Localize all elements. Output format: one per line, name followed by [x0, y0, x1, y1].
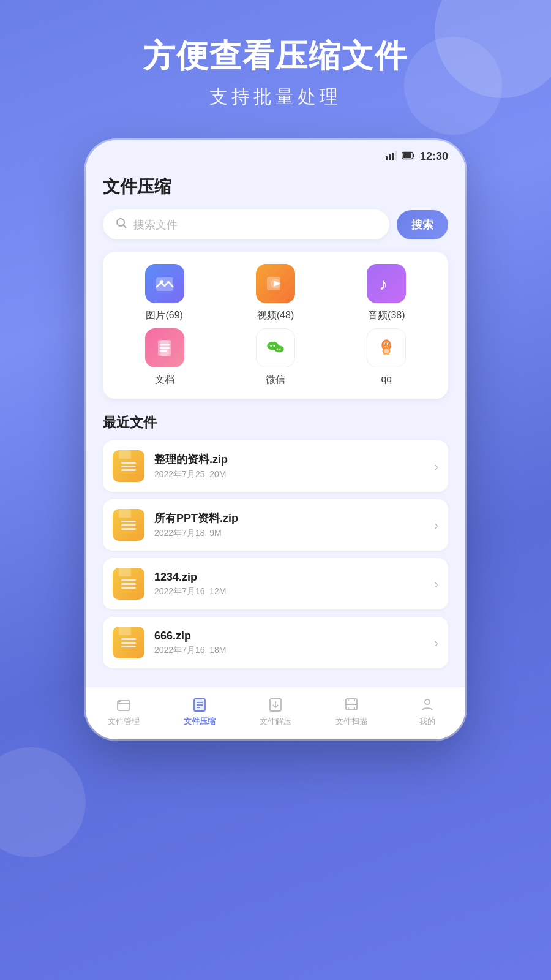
- file-icon-2: [113, 568, 144, 600]
- svg-point-29: [384, 344, 386, 345]
- nav-label-filecompress: 文件压缩: [184, 716, 216, 727]
- header-title: 方便查看压缩文件: [0, 37, 551, 75]
- svg-point-30: [388, 344, 389, 345]
- category-item-image[interactable]: 图片(69): [134, 264, 195, 322]
- nav-item-filemanage[interactable]: 文件管理: [86, 696, 162, 727]
- audio-category-icon: ♪: [367, 264, 406, 303]
- page-title: 文件压缩: [103, 168, 448, 209]
- svg-point-24: [279, 349, 281, 350]
- category-item-video[interactable]: 视频(48): [245, 264, 306, 322]
- file-info-1: 所有PPT资料.zip 2022年7月18 9M: [154, 511, 429, 539]
- wechat-category-icon: [256, 328, 295, 368]
- header-area: 方便查看压缩文件 支持批量处理: [0, 0, 551, 128]
- qq-category-label: qq: [381, 374, 392, 385]
- nav-item-mine[interactable]: 我的: [389, 696, 465, 727]
- svg-point-21: [273, 345, 275, 347]
- svg-point-35: [387, 354, 390, 355]
- file-name-2: 1234.zip: [154, 571, 429, 584]
- file-item-3[interactable]: 666.zip 2022年7月16 18M ›: [103, 617, 448, 668]
- svg-rect-5: [403, 153, 411, 158]
- video-category-icon: [256, 264, 295, 303]
- search-icon: [115, 217, 127, 232]
- battery-icon: [402, 151, 415, 162]
- wechat-category-label: 微信: [266, 374, 285, 386]
- file-arrow-1: ›: [434, 518, 438, 532]
- svg-rect-0: [386, 156, 388, 160]
- svg-line-7: [124, 225, 127, 228]
- file-meta-3: 2022年7月16 18M: [154, 645, 429, 656]
- category-item-doc[interactable]: 文档: [134, 328, 195, 386]
- signal-icon: [386, 151, 397, 163]
- category-grid: 图片(69) 视频(48): [103, 252, 448, 399]
- svg-point-49: [425, 699, 430, 704]
- svg-point-23: [277, 349, 279, 350]
- bottom-nav: 文件管理 文件压缩: [86, 687, 465, 739]
- qq-category-icon: [367, 328, 406, 368]
- nav-icon-filescan: [343, 696, 360, 713]
- header-subtitle: 支持批量处理: [0, 85, 551, 110]
- file-item-2[interactable]: 1234.zip 2022年7月16 12M ›: [103, 558, 448, 609]
- file-name-1: 所有PPT资料.zip: [154, 511, 429, 526]
- svg-point-20: [270, 345, 272, 347]
- doc-category-icon: [145, 328, 184, 368]
- nav-label-filedecompress: 文件解压: [260, 716, 291, 727]
- file-arrow-2: ›: [434, 577, 438, 591]
- file-icon-1: [113, 509, 144, 541]
- file-info-2: 1234.zip 2022年7月16 12M: [154, 571, 429, 597]
- nav-label-mine: 我的: [419, 716, 435, 727]
- svg-rect-3: [395, 151, 397, 160]
- bg-decoration-circle-3: [0, 747, 86, 858]
- category-row-2: 文档: [109, 328, 442, 386]
- nav-item-filedecompress[interactable]: 文件解压: [238, 696, 313, 727]
- category-item-audio[interactable]: ♪ 音频(38): [356, 264, 417, 322]
- recent-files-title: 最近文件: [103, 413, 448, 432]
- svg-point-33: [384, 349, 389, 353]
- file-info-3: 666.zip 2022年7月16 18M: [154, 630, 429, 656]
- app-content: 文件压缩 搜索文件 搜索: [86, 168, 465, 687]
- svg-point-31: [385, 346, 388, 347]
- svg-point-34: [383, 354, 386, 355]
- nav-label-filescan: 文件扫描: [335, 716, 367, 727]
- search-bar: 搜索文件 搜索: [103, 209, 448, 239]
- image-category-icon: [145, 264, 184, 303]
- file-arrow-3: ›: [434, 636, 438, 650]
- search-button[interactable]: 搜索: [397, 210, 448, 239]
- phone-mockup: 12:30 文件压缩 搜索文件 搜索: [86, 140, 465, 739]
- file-info-0: 整理的资料.zip 2022年7月25 20M: [154, 452, 429, 480]
- nav-icon-filecompress: [191, 696, 208, 713]
- file-icon-3: [113, 627, 144, 658]
- file-meta-2: 2022年7月16 12M: [154, 586, 429, 597]
- phone-container: 12:30 文件压缩 搜索文件 搜索: [0, 140, 551, 739]
- category-item-qq[interactable]: qq: [356, 328, 417, 386]
- category-item-wechat[interactable]: 微信: [245, 328, 306, 386]
- audio-category-label: 音频(38): [368, 309, 405, 322]
- category-row-1: 图片(69) 视频(48): [109, 264, 442, 322]
- search-input-wrap[interactable]: 搜索文件: [103, 209, 389, 239]
- nav-icon-mine: [419, 696, 436, 713]
- status-bar: 12:30: [86, 140, 465, 168]
- svg-rect-1: [389, 154, 391, 160]
- nav-icon-filemanage: [115, 696, 132, 713]
- svg-point-6: [117, 219, 124, 226]
- file-name-3: 666.zip: [154, 630, 429, 643]
- search-placeholder-text: 搜索文件: [133, 217, 178, 232]
- status-time: 12:30: [420, 150, 448, 163]
- file-icon-0: [113, 450, 144, 482]
- file-arrow-0: ›: [434, 459, 438, 473]
- nav-label-filemanage: 文件管理: [108, 716, 140, 727]
- file-meta-0: 2022年7月25 20M: [154, 469, 429, 480]
- svg-text:♪: ♪: [379, 274, 388, 293]
- file-item-0[interactable]: 整理的资料.zip 2022年7月25 20M ›: [103, 440, 448, 492]
- file-meta-1: 2022年7月18 9M: [154, 528, 429, 539]
- nav-item-filecompress[interactable]: 文件压缩: [162, 696, 238, 727]
- svg-rect-2: [392, 153, 394, 160]
- file-list: 整理的资料.zip 2022年7月25 20M ›: [103, 440, 448, 674]
- nav-item-filescan[interactable]: 文件扫描: [313, 696, 389, 727]
- nav-icon-filedecompress: [267, 696, 284, 713]
- file-item-1[interactable]: 所有PPT资料.zip 2022年7月18 9M ›: [103, 499, 448, 551]
- doc-category-label: 文档: [155, 374, 174, 386]
- file-name-0: 整理的资料.zip: [154, 452, 429, 467]
- video-category-label: 视频(48): [257, 309, 294, 322]
- image-category-label: 图片(69): [146, 309, 182, 322]
